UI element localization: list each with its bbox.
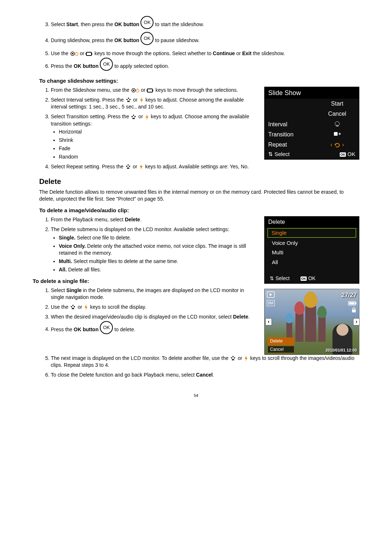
svg-rect-19 <box>352 309 356 312</box>
lcd-delete-menu: Delete Single Voice Only Multi All ⇅ Sel… <box>264 216 359 283</box>
lcd-repeat-label: Repeat <box>268 141 319 149</box>
photo-top-left-icons: 8M <box>267 291 275 306</box>
delete-option-multi: Multi. Select multiple files to delete a… <box>59 258 257 265</box>
lcd-delete-voice: Voice Only <box>265 238 359 248</box>
svg-rect-10 <box>147 90 147 91</box>
transition-fade: Fade <box>59 145 257 152</box>
svg-rect-4 <box>86 53 86 55</box>
svg-point-8 <box>136 89 139 92</box>
transition-horizontal: Horizontal <box>59 128 257 135</box>
svg-point-7 <box>133 90 134 91</box>
svg-rect-5 <box>91 53 92 55</box>
lcd-delete-single: Single <box>268 228 356 238</box>
step-5-navigate: Use the or keys to move through the opti… <box>51 50 359 57</box>
flower-key-icon <box>230 355 236 362</box>
flash-key-icon <box>139 164 144 170</box>
change-step-1: From the Slideshow menu, use the or keys… <box>51 87 257 94</box>
svg-rect-14 <box>334 132 338 136</box>
lcd-delete-multi: Multi <box>265 248 359 257</box>
single-step-2: Use the or keys to scroll the display. <box>51 304 257 311</box>
flower-key-icon <box>130 114 137 120</box>
lcd-slideshow-footer: ⇅ Select OK OK <box>265 149 359 159</box>
flower-key-icon <box>125 97 132 103</box>
svg-point-1 <box>72 53 73 54</box>
lcd-cancel: Cancel <box>319 110 355 118</box>
lcd-delete-all: All <box>265 258 359 267</box>
svg-point-2 <box>75 53 78 56</box>
lcd-interval-label: Interval <box>268 120 319 128</box>
ok-button-icon: OK <box>100 321 113 334</box>
photo-top-right-info: 27/27 <box>341 291 357 313</box>
display-key-icon <box>86 51 93 56</box>
delete-single-steps: Select Single in the Delete submenu, the… <box>33 287 257 336</box>
protect-icon <box>351 307 357 313</box>
updown-icon: ⇅ <box>270 275 274 281</box>
transition-options: Horizontal Shrink Fade Random <box>51 128 257 160</box>
step-4-pause: During slideshow, press the OK button OK… <box>51 34 359 47</box>
change-step-2-interval: Select Interval setting. Press the or ke… <box>51 97 257 110</box>
lcd-start: Start <box>319 100 355 108</box>
slideshow-steps-continued: Select Start, then press the OK button O… <box>33 18 359 73</box>
lcd-repeat-value: ‹ › <box>319 141 355 149</box>
display-key-icon <box>147 88 154 93</box>
lcd-interval-icon: 3s <box>319 120 355 129</box>
single-step-4: Press the OK button OK to delete. <box>51 323 257 336</box>
svg-text:3s: 3s <box>336 124 339 127</box>
svg-rect-17 <box>355 302 356 304</box>
photo-delete-button: Delete <box>268 337 294 345</box>
single-step-5: The next image is displayed on the LCD m… <box>51 355 359 369</box>
delete-options-list: Single. Select one file to delete. Voice… <box>51 234 257 273</box>
photo-nav-arrows: ‹ › <box>265 318 360 325</box>
delete-single-steps-cont: The next image is displayed on the LCD m… <box>33 355 359 378</box>
svg-rect-9 <box>147 89 152 92</box>
photo-cancel-button: Cancel <box>268 346 294 353</box>
transition-shrink: Shrink <box>59 137 257 144</box>
photo-datetime: 2010/01/01 12:00 <box>326 348 357 353</box>
macro-key-icon <box>131 87 139 93</box>
photo-size-badge: 8M <box>267 300 275 306</box>
delete-option-voice: Voice Only. Delete only the attached voi… <box>59 243 257 257</box>
svg-rect-3 <box>86 52 91 56</box>
single-step-3: When the desired image/video/audio clip … <box>51 313 257 320</box>
change-step-4-repeat: Select Repeat setting. Press the or keys… <box>51 163 359 170</box>
change-settings-steps-cont: Select Repeat setting. Press the or keys… <box>33 163 359 170</box>
ok-button-icon: OK <box>140 32 154 45</box>
flash-key-icon <box>139 97 144 103</box>
transition-random: Random <box>59 153 257 160</box>
subhead-change-settings: To change slideshow settings: <box>33 77 359 85</box>
photo-counter: 27/27 <box>341 291 357 300</box>
svg-rect-18 <box>349 302 355 304</box>
svg-rect-11 <box>152 90 153 91</box>
lcd-photo-preview: 8M 27/27 ‹ › Delete Cancel 2010/01/01 12… <box>264 289 359 355</box>
lcd-slideshow-title: Slide Show <box>265 87 359 99</box>
delete-clip-step-1: From the Playback menu, select Delete. <box>51 216 257 223</box>
change-settings-steps: From the Slideshow menu, use the or keys… <box>33 87 257 160</box>
updown-icon: ⇅ <box>268 151 273 157</box>
flash-key-icon <box>244 355 249 362</box>
ok-badge-icon: OK <box>340 152 346 157</box>
lcd-delete-footer: ⇅ Select OK OK <box>265 274 359 283</box>
delete-clip-steps: From the Playback menu, select Delete. T… <box>33 216 257 273</box>
single-step-1: Select Single in the Delete submenu, the… <box>51 287 257 301</box>
delete-clip-step-2: The Delete submenu is displayed on the L… <box>51 226 257 273</box>
flower-key-icon <box>70 304 76 311</box>
playback-icon <box>267 291 275 298</box>
step-3-select-start: Select Start, then press the OK button O… <box>51 18 359 31</box>
nav-right-icon: › <box>353 318 360 325</box>
subhead-delete-clip: To delete a image/video/audio clip: <box>33 207 359 214</box>
section-head-delete: Delete <box>33 177 359 186</box>
flash-key-icon <box>144 114 150 120</box>
subhead-delete-single: To delete a single file: <box>33 278 257 285</box>
nav-left-icon: ‹ <box>265 318 272 325</box>
step-6-apply: Press the OK button OK to apply selected… <box>51 60 359 73</box>
ok-button-icon: OK <box>100 58 113 71</box>
lcd-transition-label: Transition <box>268 131 319 139</box>
lcd-delete-title: Delete <box>265 217 359 227</box>
ok-button-icon: OK <box>140 16 154 29</box>
change-step-3-transition: Select Transition setting. Press the or … <box>51 113 257 160</box>
lcd-slideshow-menu: Slide Show Start Cancel Interval3s Trans… <box>264 87 359 160</box>
lcd-transition-icon <box>319 131 355 139</box>
delete-option-all: All. Delete all files. <box>59 266 257 273</box>
ok-badge-icon: OK <box>301 276 307 281</box>
page-number: 54 <box>33 393 359 398</box>
